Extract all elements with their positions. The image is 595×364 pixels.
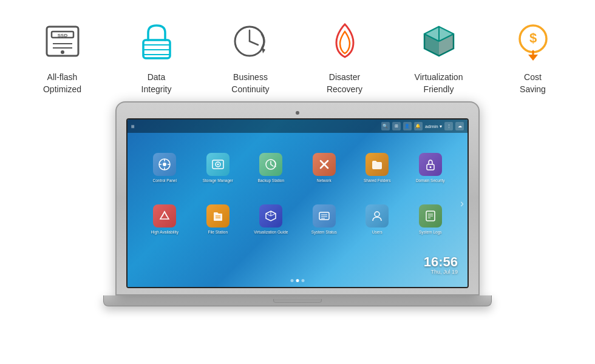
feature-business-continuity: Business Continuity (203, 17, 298, 95)
storage-manager-icon (206, 153, 229, 176)
app-file-station[interactable]: File Station (193, 195, 243, 244)
laptop-camera (296, 111, 299, 115)
svg-line-44 (266, 214, 271, 216)
notification-icon[interactable]: 🔔 (414, 122, 423, 130)
feature-label-business-continuity-2: Continuity (231, 84, 269, 96)
cloud-icon[interactable]: ☁ (455, 122, 464, 130)
app-name-file-station: File Station (208, 230, 228, 235)
feature-data-integrity: Data Integrity (109, 17, 203, 95)
app-domain-security[interactable]: Domain Security (406, 144, 456, 192)
feature-label-data-integrity-2: Integrity (141, 84, 172, 96)
file-station-icon (206, 204, 229, 228)
svg-marker-24 (528, 55, 538, 61)
virtualization-guide-icon (259, 204, 282, 228)
dot-1[interactable] (291, 279, 294, 282)
domain-security-icon (419, 153, 442, 176)
app-name-backup-station: Backup Station (257, 178, 284, 183)
app-name-storage-manager: Storage Manager (203, 178, 233, 183)
search-icon[interactable]: 🔍 (381, 122, 390, 130)
next-page-arrow[interactable]: › (460, 197, 464, 210)
dollar-icon: $ (509, 17, 557, 66)
feature-label-virtualization-2: Friendly (424, 84, 454, 96)
svg-point-5 (61, 50, 64, 54)
app-users[interactable]: Users (352, 195, 403, 244)
clock-time: 16:56 (424, 255, 458, 269)
feature-disaster-recovery: Disaster Recovery (298, 17, 392, 95)
app-virtualization-guide[interactable]: Virtualization Guide (246, 195, 296, 244)
app-grid: Control Panel Storage Manager Backup Sta… (140, 138, 455, 250)
admin-label[interactable]: admin ▾ (425, 124, 442, 129)
feature-label-business-continuity: Business (233, 72, 268, 84)
backup-station-icon (259, 153, 282, 176)
app-system-status[interactable]: System Status (299, 195, 350, 244)
svg-text:SSD: SSD (57, 33, 67, 38)
laptop-hinge (273, 299, 322, 303)
feature-cost-saving: $ Cost Saving (486, 17, 580, 95)
svg-point-26 (163, 163, 166, 166)
taskbar-right-area: 🔍 ⊞ 👤 🔔 admin ▾ ⋮ ☁ (381, 122, 464, 130)
apps-icon[interactable]: ⊞ (392, 122, 401, 130)
system-status-icon (313, 204, 336, 228)
svg-marker-13 (262, 47, 265, 53)
control-panel-icon (153, 153, 176, 176)
app-name-virtualization-guide: Virtualization Guide (254, 230, 288, 235)
laptop-container: ≡ 🔍 ⊞ 👤 🔔 admin ▾ ⋮ ☁ (109, 101, 486, 306)
feature-label-cost-saving-2: Saving (520, 84, 546, 96)
app-name-shared-folders: Shared Folders (364, 178, 390, 183)
feature-all-flash: SSD All-flash Optimized (15, 17, 109, 95)
app-system-logs[interactable]: System Logs (406, 195, 456, 244)
clock-arrow-icon (226, 17, 275, 66)
app-name-control-panel: Control Panel (153, 178, 177, 183)
ssd-icon: SSD (38, 17, 87, 66)
svg-point-50 (375, 212, 379, 217)
feature-label-disaster-recovery-2: Recovery (327, 84, 362, 96)
feature-label-cost-saving: Cost (524, 72, 542, 84)
laptop-base (103, 295, 492, 306)
shared-folders-icon (365, 153, 389, 176)
screen-clock: 16:56 Thu, Jul 19 (424, 255, 458, 275)
app-network[interactable]: Network (299, 144, 350, 192)
screen-background: ≡ 🔍 ⊞ 👤 🔔 admin ▾ ⋮ ☁ (127, 120, 467, 287)
app-shared-folders[interactable]: Shared Folders (352, 144, 403, 192)
svg-point-33 (217, 164, 219, 166)
features-row: SSD All-flash Optimized Data Integrity (0, 0, 595, 95)
svg-line-12 (250, 41, 258, 45)
cube-icon (415, 17, 463, 66)
app-name-high-availability: High Availability (151, 230, 178, 235)
app-backup-station[interactable]: Backup Station (246, 144, 296, 192)
laptop-screen: ≡ 🔍 ⊞ 👤 🔔 admin ▾ ⋮ ☁ (126, 118, 469, 288)
system-logs-icon (419, 204, 442, 228)
app-name-domain-security: Domain Security (416, 178, 445, 183)
flame-icon (321, 17, 369, 66)
app-name-system-status: System Status (311, 230, 337, 235)
feature-label-disaster-recovery: Disaster (329, 72, 360, 84)
hamburger-icon[interactable]: ≡ (131, 123, 135, 130)
pagination-dots (291, 279, 305, 282)
clock-date: Thu, Jul 19 (424, 269, 458, 275)
network-icon (313, 153, 336, 176)
feature-label-all-flash: All-flash (47, 72, 78, 84)
more-icon[interactable]: ⋮ (444, 122, 453, 130)
app-name-users: Users (372, 230, 382, 235)
app-high-availability[interactable]: High Availability (140, 195, 190, 244)
app-control-panel[interactable]: Control Panel (140, 144, 190, 192)
feature-virtualization: Virtualization Friendly (392, 17, 486, 95)
svg-line-45 (271, 214, 276, 216)
dot-3[interactable] (302, 279, 305, 282)
app-name-network: Network (317, 178, 332, 183)
feature-label-all-flash-2: Optimized (43, 84, 81, 96)
lock-icon (132, 17, 181, 66)
feature-label-virtualization: Virtualization (415, 72, 463, 84)
laptop-body: ≡ 🔍 ⊞ 👤 🔔 admin ▾ ⋮ ☁ (115, 101, 480, 295)
app-name-system-logs: System Logs (419, 230, 442, 235)
svg-point-39 (429, 166, 431, 168)
high-availability-icon (153, 204, 176, 228)
svg-text:$: $ (529, 30, 536, 46)
dot-2[interactable] (296, 279, 299, 282)
app-storage-manager[interactable]: Storage Manager (193, 144, 243, 192)
user-icon[interactable]: 👤 (403, 122, 412, 130)
feature-label-data-integrity: Data (148, 72, 166, 84)
users-icon (365, 204, 389, 228)
taskbar: ≡ 🔍 ⊞ 👤 🔔 admin ▾ ⋮ ☁ (127, 120, 467, 133)
